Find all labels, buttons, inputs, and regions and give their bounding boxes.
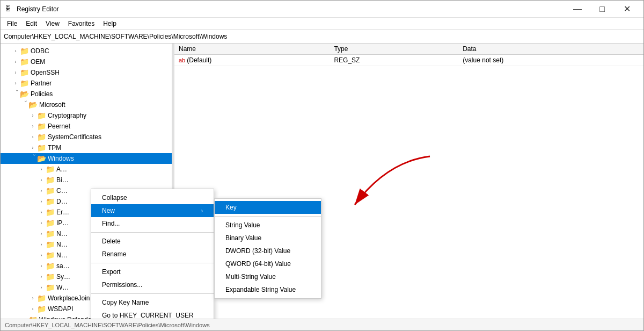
expand-icon-windows[interactable]: ›	[28, 154, 37, 163]
tree-item-openssh[interactable]: › 📁 OpenSSH	[1, 67, 172, 78]
tree-label-w-n3: N…	[56, 251, 68, 259]
title-bar-left: 🗄 Registry Editor	[5, 5, 59, 13]
sub-key[interactable]: Key	[215, 201, 321, 214]
sub-binary-value-label: Binary Value	[225, 234, 261, 242]
tree-item-odbc[interactable]: › 📁 ODBC	[1, 46, 172, 56]
folder-icon-oem: 📁	[20, 57, 29, 66]
sub-string-value[interactable]: String Value	[215, 219, 321, 232]
ctx-sep-2	[91, 263, 214, 263]
context-menu: Collapse New › Find... Delete Rename Exp…	[91, 189, 214, 319]
folder-icon-openssh: 📁	[20, 68, 29, 77]
tree-item-windows[interactable]: › 📂 Windows	[1, 153, 172, 164]
ctx-sep-1	[91, 232, 214, 233]
expand-icon-policies[interactable]: ›	[11, 90, 20, 98]
folder-icon-w-b: 📁	[46, 176, 55, 184]
ctx-export-label: Export	[102, 268, 121, 276]
tree-item-systemcerts[interactable]: › 📁 SystemCertificates	[1, 132, 172, 142]
expand-icon-w-n3[interactable]: ›	[37, 251, 46, 260]
ctx-collapse[interactable]: Collapse	[91, 191, 214, 204]
expand-icon-openssh[interactable]: ›	[11, 68, 20, 77]
sub-qword-value[interactable]: QWORD (64-bit) Value	[215, 257, 321, 270]
ctx-export[interactable]: Export	[91, 265, 214, 278]
expand-icon-tpm[interactable]: ›	[28, 143, 37, 152]
col-data[interactable]: Data	[458, 44, 643, 55]
minimize-button[interactable]: —	[565, 1, 590, 18]
tree-label-w-n2: N…	[56, 241, 68, 248]
ctx-rename[interactable]: Rename	[91, 248, 214, 261]
expand-icon-peernet[interactable]: ›	[28, 122, 37, 131]
sub-binary-value[interactable]: Binary Value	[215, 232, 321, 244]
tree-item-cryptography[interactable]: › 📁 Cryptography	[1, 110, 172, 121]
expand-icon-w-sa[interactable]: ›	[37, 262, 46, 270]
ctx-copy-key-name[interactable]: Copy Key Name	[91, 296, 214, 309]
tree-label-microsoft: Microsoft	[39, 101, 65, 109]
tree-label-windefender: Windows Defender	[39, 316, 93, 319]
main-content: › 📁 ODBC › 📁 OEM › 📁 OpenSSH ›	[1, 44, 643, 319]
folder-icon-partner: 📁	[20, 79, 29, 88]
expand-icon-w-w[interactable]: ›	[37, 283, 46, 292]
folder-icon-w-n3: 📁	[46, 251, 55, 260]
ctx-delete-label: Delete	[102, 238, 121, 245]
col-name[interactable]: Name	[174, 44, 330, 55]
tree-item-oem[interactable]: › 📁 OEM	[1, 56, 172, 67]
address-text: Computer\HKEY_LOCAL_MACHINE\SOFTWARE\Pol…	[4, 33, 227, 40]
tree-label-wsdapi: WSDAPI	[48, 305, 73, 313]
tree-item-tpm[interactable]: › 📁 TPM	[1, 142, 172, 153]
menu-view[interactable]: View	[41, 19, 64, 28]
menu-help[interactable]: Help	[99, 19, 121, 28]
expand-icon-w-n1[interactable]: ›	[37, 229, 46, 238]
sub-multistring-value[interactable]: Multi-String Value	[215, 270, 321, 283]
expand-icon-w-n2[interactable]: ›	[37, 240, 46, 249]
expand-icon-systemcerts[interactable]: ›	[28, 133, 37, 141]
expand-icon-odbc[interactable]: ›	[11, 47, 20, 55]
tree-item-microsoft[interactable]: › 📂 Microsoft	[1, 99, 172, 110]
expand-icon-w-e[interactable]: ›	[37, 208, 46, 217]
expand-icon-windefender[interactable]: ›	[20, 315, 28, 319]
ctx-delete[interactable]: Delete	[91, 235, 214, 248]
expand-icon-w-sy[interactable]: ›	[37, 272, 46, 281]
menu-favorites[interactable]: Favorites	[64, 19, 99, 28]
ctx-permissions[interactable]: Permissions...	[91, 278, 214, 291]
expand-icon-cryptography[interactable]: ›	[28, 111, 37, 120]
expand-icon-w-ip[interactable]: ›	[37, 219, 46, 227]
expand-icon-oem[interactable]: ›	[11, 57, 20, 66]
tree-label-w-a: A…	[56, 166, 67, 173]
ctx-new-arrow: ›	[201, 208, 203, 214]
maximize-button[interactable]: □	[590, 1, 614, 18]
tree-item-w-a[interactable]: › 📁 A…	[1, 164, 172, 175]
folder-icon-w-ip: 📁	[46, 219, 55, 227]
sub-expandable-value-label: Expandable String Value	[225, 286, 296, 293]
expand-icon-microsoft[interactable]: ›	[20, 100, 28, 109]
ctx-copy-key-name-label: Copy Key Name	[102, 299, 149, 306]
sub-dword-value[interactable]: DWORD (32-bit) Value	[215, 244, 321, 257]
expand-icon-w-d[interactable]: ›	[37, 197, 46, 206]
tree-item-policies[interactable]: › 📂 Policies	[1, 89, 172, 99]
ctx-new[interactable]: New ›	[91, 204, 214, 217]
folder-icon-w-a: 📁	[46, 165, 55, 174]
sub-qword-value-label: QWORD (64-bit) Value	[225, 260, 291, 268]
col-type[interactable]: Type	[330, 44, 458, 55]
ctx-find[interactable]: Find...	[91, 217, 214, 230]
tree-item-peernet[interactable]: › 📁 Peernet	[1, 121, 172, 132]
tree-item-w-b[interactable]: › 📁 Bi…	[1, 175, 172, 185]
expand-icon-w-a[interactable]: ›	[37, 165, 46, 174]
submenu: Key String Value Binary Value DWORD (32-…	[214, 198, 321, 299]
expand-icon-workplacejoin[interactable]: ›	[28, 294, 37, 303]
menu-edit[interactable]: Edit	[21, 19, 41, 28]
tree-item-partner[interactable]: › 📁 Partner	[1, 78, 172, 89]
expand-icon-w-b[interactable]: ›	[37, 176, 46, 184]
ctx-goto-hkcu[interactable]: Go to HKEY_CURRENT_USER	[91, 309, 214, 319]
sub-expandable-value[interactable]: Expandable String Value	[215, 283, 321, 296]
ctx-permissions-label: Permissions...	[102, 281, 142, 289]
folder-icon-w-sy: 📁	[46, 272, 55, 281]
tree-label-w-d: D…	[56, 198, 68, 205]
close-button[interactable]: ✕	[614, 1, 639, 18]
sub-dword-value-label: DWORD (32-bit) Value	[225, 247, 290, 255]
menu-file[interactable]: File	[3, 19, 21, 28]
expand-icon-w-c[interactable]: ›	[37, 186, 46, 195]
expand-icon-partner[interactable]: ›	[11, 79, 20, 88]
ab-icon: ab	[179, 57, 185, 63]
expand-icon-wsdapi[interactable]: ›	[28, 305, 37, 313]
ctx-collapse-label: Collapse	[102, 194, 127, 202]
table-row[interactable]: ab(Default) REG_SZ (value not set)	[174, 55, 643, 66]
